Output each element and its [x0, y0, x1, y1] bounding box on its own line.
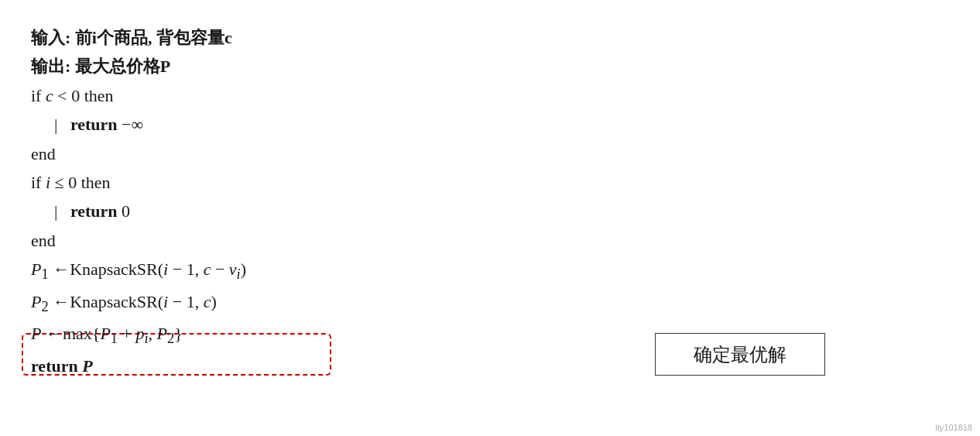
input-line: 输入: 前i个商品, 背包容量c [31, 23, 949, 52]
line-if-c: if c < 0 then [31, 81, 949, 110]
line-p1: P1 ←KnapsackSR(i − 1, c − vi) [31, 255, 949, 287]
line-p-max: P ←max{P1 + pi, P2} [31, 319, 949, 352]
line-end2: end [31, 226, 949, 255]
output-line: 输出: 最大总价格P [31, 52, 949, 81]
line-return-0: | return 0 [31, 197, 949, 225]
line-return-inf: | return −∞ [31, 110, 949, 139]
watermark: ity101818 [935, 423, 972, 432]
line-if-i: if i ≤ 0 then [31, 168, 949, 197]
line-end1: end [31, 139, 949, 168]
line-p2: P2 ←KnapsackSR(i − 1, c) [31, 287, 949, 320]
main-content: 输入: 前i个商品, 背包容量c 输出: 最大总价格P if c < 0 the… [0, 0, 980, 403]
